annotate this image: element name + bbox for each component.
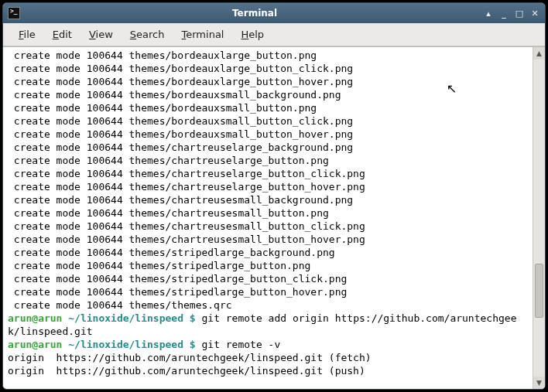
menu-rest: ile (24, 29, 36, 40)
maximize-button[interactable]: □ (514, 8, 525, 19)
terminal-line: origin https://github.com/aruntechgeek/l… (8, 351, 528, 364)
menu-rest: dit (59, 29, 72, 40)
terminal-line: create mode 100644 themes/chartreuselarg… (8, 167, 528, 180)
terminal-icon: >_ (8, 7, 20, 19)
window-title: Terminal (26, 8, 483, 19)
terminal-line: create mode 100644 themes/stripedlarge_b… (8, 272, 528, 285)
menu-terminal[interactable]: Terminal (174, 26, 232, 43)
terminal-line: create mode 100644 themes/chartreusesmal… (8, 206, 528, 220)
titlebar[interactable]: >_ Terminal ▴ _ □ ✕ (3, 3, 545, 23)
terminal-line: create mode 100644 themes/chartreusesmal… (8, 220, 528, 233)
menubar: FileEditViewSearchTerminalHelp (3, 23, 545, 46)
scroll-up-arrow-icon[interactable]: ▲ (533, 47, 545, 60)
minimize-button[interactable]: _ (498, 8, 509, 19)
terminal-line: create mode 100644 themes/stripedlarge_b… (8, 259, 528, 272)
keep-above-icon[interactable]: ▴ (483, 8, 494, 19)
terminal-line: create mode 100644 themes/bordeauxsmall_… (8, 88, 528, 101)
terminal-line: arun@arun ~/linoxide/linspeed $ git remo… (8, 312, 528, 338)
scrollbar[interactable]: ▲ ▼ (533, 47, 545, 389)
window-controls: ▴ _ □ ✕ (483, 8, 540, 19)
menu-file[interactable]: File (11, 26, 43, 43)
terminal-line: origin https://github.com/aruntechgeek/l… (8, 364, 528, 377)
menu-rest: earch (136, 29, 164, 40)
menu-view[interactable]: View (81, 26, 121, 43)
terminal-line: arun@arun ~/linoxide/linspeed $ git remo… (8, 338, 528, 351)
menu-accel: H (241, 29, 248, 40)
terminal-line: create mode 100644 themes/chartreusesmal… (8, 233, 528, 246)
menu-rest: elp (248, 29, 264, 40)
scroll-thumb[interactable] (535, 264, 543, 318)
terminal-line: create mode 100644 themes/chartreuselarg… (8, 154, 528, 167)
terminal-output[interactable]: create mode 100644 themes/bordeauxlarge_… (3, 47, 533, 389)
terminal-area: create mode 100644 themes/bordeauxlarge_… (3, 46, 545, 389)
menu-rest: iew (96, 29, 113, 40)
terminal-line: create mode 100644 themes/stripedlarge_b… (8, 246, 528, 259)
terminal-line: create mode 100644 themes/chartreuselarg… (8, 180, 528, 193)
terminal-line: create mode 100644 themes/chartreusesmal… (8, 193, 528, 206)
terminal-line: create mode 100644 themes/bordeauxlarge_… (8, 62, 528, 75)
terminal-line: create mode 100644 themes/bordeauxsmall_… (8, 101, 528, 114)
terminal-line: create mode 100644 themes/bordeauxsmall_… (8, 114, 528, 128)
close-button[interactable]: ✕ (529, 8, 540, 19)
menu-accel: V (89, 29, 96, 40)
terminal-line: create mode 100644 themes/chartreuselarg… (8, 141, 528, 154)
menu-accel: E (53, 29, 59, 40)
terminal-line: create mode 100644 themes/bordeauxsmall_… (8, 128, 528, 141)
menu-accel: S (130, 29, 136, 40)
terminal-line: create mode 100644 themes/bordeauxlarge_… (8, 75, 528, 88)
terminal-line: create mode 100644 themes/stripedlarge_b… (8, 285, 528, 298)
terminal-window: >_ Terminal ▴ _ □ ✕ FileEditViewSearchTe… (2, 2, 546, 390)
terminal-line: create mode 100644 themes/bordeauxlarge_… (8, 49, 528, 62)
menu-search[interactable]: Search (122, 26, 173, 43)
menu-rest: erminal (186, 29, 224, 40)
scroll-down-arrow-icon[interactable]: ▼ (533, 377, 545, 389)
menu-help[interactable]: Help (233, 26, 272, 43)
menu-edit[interactable]: Edit (45, 26, 80, 43)
terminal-line: create mode 100644 themes/themes.qrc (8, 298, 528, 312)
